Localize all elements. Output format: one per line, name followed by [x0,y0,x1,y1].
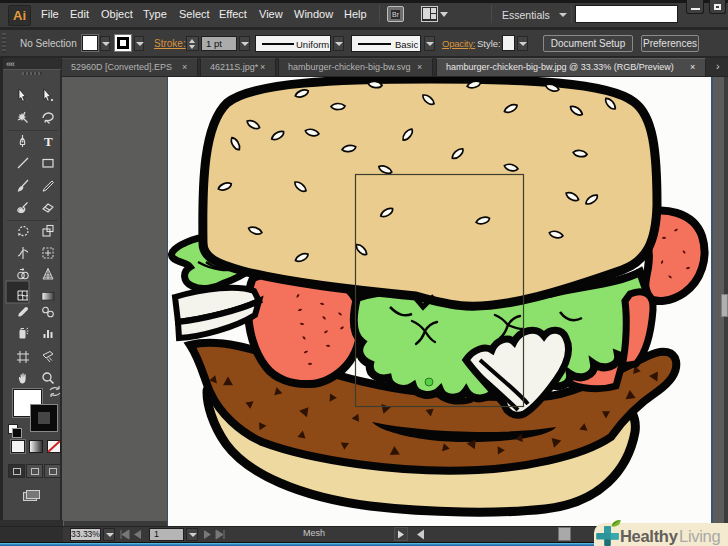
svg-text:T: T [44,134,53,149]
